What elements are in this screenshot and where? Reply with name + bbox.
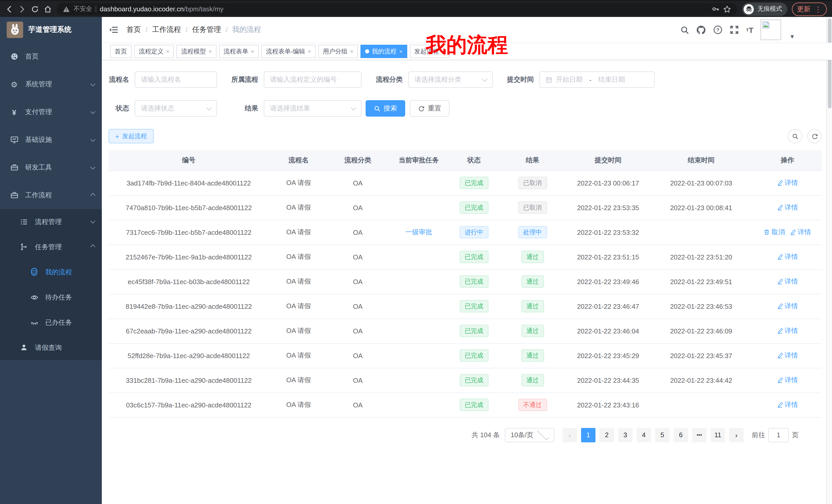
header-search-icon[interactable] <box>680 25 689 34</box>
detail-link[interactable]: 详情 <box>777 302 798 311</box>
sidebar-item-devtools[interactable]: 研发工具 <box>0 153 102 181</box>
main-area: 我的流程 首页 / 工作流程 / 任务管理 / 我的流程 <box>102 17 832 504</box>
avatar-caret-icon[interactable]: ▼ <box>789 33 795 39</box>
breadcrumb-workflow[interactable]: 工作流程 <box>152 25 181 34</box>
sidebar-item-leave-query[interactable]: 请假查询 <box>0 335 102 360</box>
close-tab-icon[interactable]: × <box>350 49 354 54</box>
cell-status: 已完成 <box>450 195 498 220</box>
tab-流程定义[interactable]: 流程定义× <box>134 45 174 58</box>
result-select[interactable]: 请选择流结果 <box>264 100 362 117</box>
filter-row-1: 流程名 请输入流程名 所属流程 请输入流程定义的编号 流程分类 <box>108 72 822 88</box>
close-tab-icon[interactable]: × <box>399 49 402 54</box>
password-key-icon[interactable] <box>712 5 719 13</box>
edit-pencil-icon <box>777 180 783 186</box>
sidebar-item-workflow[interactable]: 工作流程 <box>0 181 102 209</box>
tab-发起流程[interactable]: 发起流程× <box>410 45 449 58</box>
close-tab-icon[interactable]: × <box>166 49 170 54</box>
browser-menu-icon[interactable]: ⋮ <box>814 5 822 12</box>
home-icon[interactable] <box>44 5 52 13</box>
current-task-link[interactable]: 一级审批 <box>406 228 432 237</box>
show-search-button[interactable] <box>788 129 802 143</box>
detail-link[interactable]: 详情 <box>777 375 798 385</box>
refresh-table-button[interactable] <box>807 129 822 143</box>
security-warning-icon[interactable] <box>63 5 70 12</box>
tab-流程模型[interactable]: 流程模型× <box>177 45 216 58</box>
cancel-link[interactable]: 取消 <box>764 228 785 237</box>
font-size-icon[interactable]: тT <box>746 26 753 34</box>
sidebar-item-my-process[interactable]: 我的流程 <box>0 259 102 285</box>
parent-process-input[interactable]: 请输入流程定义的编号 <box>264 72 362 88</box>
update-button[interactable]: 更新 ⋮ <box>792 2 827 16</box>
detail-link[interactable]: 详情 <box>790 228 811 237</box>
page-button-6[interactable]: 6 <box>674 428 688 442</box>
github-icon[interactable] <box>696 25 706 35</box>
tab-用户分组[interactable]: 用户分组× <box>318 45 358 58</box>
page-button-4[interactable]: 4 <box>636 428 651 442</box>
close-tab-icon[interactable]: × <box>209 49 212 54</box>
gear-icon: ⚙ <box>10 80 19 88</box>
page-button-5[interactable]: 5 <box>655 428 670 442</box>
status-select[interactable]: 请选择状态 <box>135 100 217 117</box>
detail-link[interactable]: 详情 <box>777 351 798 360</box>
table-row: 3ad174fb-7b9d-11ec-8404-acde48001122OA 请… <box>108 171 822 195</box>
reset-button[interactable]: 重置 <box>410 100 449 117</box>
address-bar[interactable]: 不安全 dashboard.yudao.iocoder.cn/bpm/task/… <box>57 3 737 15</box>
scrollbar-thumb[interactable] <box>828 19 831 108</box>
submit-time-range-picker[interactable]: 开始日期 - 结束日期 <box>539 72 655 88</box>
create-process-button[interactable]: + 发起流程 <box>108 129 154 143</box>
result-badge: 已取消 <box>518 177 547 189</box>
page-url[interactable]: dashboard.yudao.iocoder.cn/bpm/task/my <box>100 5 224 13</box>
breadcrumb-task-mgmt[interactable]: 任务管理 <box>192 25 221 34</box>
category-select[interactable]: 请选择流程分类 <box>408 72 493 88</box>
app-logo[interactable]: 芋道管理系统 <box>0 17 102 43</box>
sidebar-item-process-mgmt[interactable]: 流程管理 <box>0 209 102 234</box>
page-button-3[interactable]: 3 <box>618 428 632 442</box>
close-tab-icon[interactable]: × <box>251 49 254 54</box>
forward-icon[interactable] <box>18 5 26 13</box>
sidebar-item-todo-tasks[interactable]: 待办任务 <box>0 285 102 310</box>
fullscreen-icon[interactable] <box>730 25 739 34</box>
goto-page-input[interactable]: 1 <box>768 428 789 442</box>
sidebar-item-infra[interactable]: 基础设施 <box>0 126 102 153</box>
sidebar-item-done-tasks[interactable]: 已办任务 <box>0 310 102 335</box>
tab-首页[interactable]: 首页 <box>110 45 132 58</box>
next-page-button[interactable]: › <box>729 428 744 442</box>
help-question-icon[interactable]: ? <box>713 25 723 34</box>
status-badge: 已完成 <box>460 275 489 288</box>
close-tab-icon[interactable]: × <box>441 49 445 54</box>
tab-流程表单-编辑[interactable]: 流程表单-编辑× <box>261 45 316 58</box>
page-button-1[interactable]: 1 <box>581 428 595 442</box>
reload-icon[interactable] <box>31 5 39 13</box>
sidebar-item-payment[interactable]: ¥ 支付管理 <box>0 98 102 126</box>
tab-我的流程[interactable]: 我的流程× <box>361 45 407 58</box>
detail-link[interactable]: 详情 <box>777 252 798 261</box>
navbar: 首页 / 工作流程 / 任务管理 / 我的流程 ? <box>102 17 832 43</box>
detail-link[interactable]: 详情 <box>777 178 798 188</box>
avatar[interactable] <box>760 20 781 40</box>
tab-label: 我的流程 <box>372 47 396 56</box>
back-icon[interactable] <box>5 5 14 13</box>
detail-link[interactable]: 详情 <box>777 400 798 410</box>
tab-流程表单[interactable]: 流程表单× <box>219 45 259 58</box>
process-name-input[interactable]: 请输入流程名 <box>135 72 217 88</box>
result-badge: 通过 <box>521 300 544 312</box>
close-tab-icon[interactable]: × <box>308 49 311 54</box>
sidebar-toggle-icon[interactable] <box>109 26 118 34</box>
page-size-select[interactable]: 10条/页 <box>505 428 554 442</box>
page-button-2[interactable]: 2 <box>600 428 614 442</box>
sidebar-item-home[interactable]: 首页 <box>0 43 102 71</box>
detail-link[interactable]: 详情 <box>777 326 798 335</box>
sidebar-item-label: 首页 <box>25 52 95 61</box>
search-button[interactable]: 搜索 <box>366 100 405 117</box>
sidebar-item-task-mgmt[interactable]: 任务管理 <box>0 234 102 259</box>
detail-link[interactable]: 详情 <box>777 277 798 286</box>
cell-status: 已完成 <box>450 294 498 318</box>
bookmark-star-icon[interactable] <box>723 5 731 13</box>
detail-link[interactable]: 详情 <box>777 203 798 212</box>
security-label[interactable]: 不安全 <box>74 5 92 13</box>
page-scrollbar[interactable] <box>826 17 832 504</box>
breadcrumb-home[interactable]: 首页 <box>127 25 141 34</box>
sidebar-item-system[interactable]: ⚙ 系统管理 <box>0 71 102 98</box>
prev-page-button[interactable]: ‹ <box>563 428 577 442</box>
page-button-11[interactable]: 11 <box>711 428 725 442</box>
